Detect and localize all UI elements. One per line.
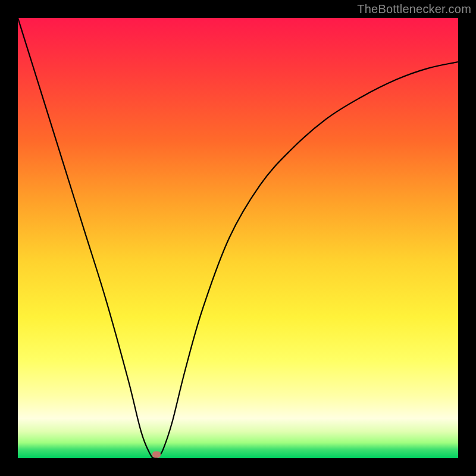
optimum-marker — [152, 452, 161, 458]
curve-layer — [18, 18, 458, 458]
plot-background — [18, 18, 458, 458]
chart-frame: TheBottlenecker.com — [0, 0, 476, 476]
watermark-text: TheBottlenecker.com — [357, 2, 471, 16]
bottleneck-curve — [18, 18, 458, 458]
